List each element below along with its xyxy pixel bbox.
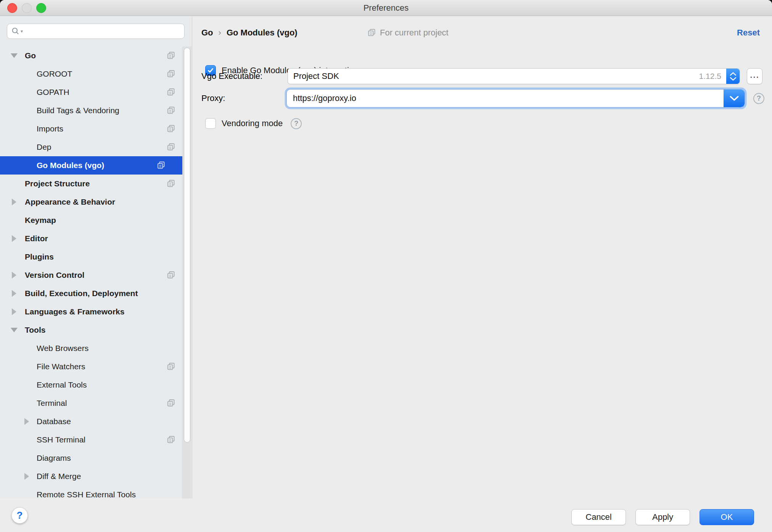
sidebar-item-diagrams[interactable]: Diagrams (0, 449, 192, 467)
chevron-collapsed-icon[interactable] (10, 266, 18, 284)
chevron-collapsed-icon[interactable] (10, 303, 18, 321)
breadcrumb: Go › Go Modules (vgo) For current projec… (201, 24, 760, 42)
proxy-label: Proxy: (201, 89, 225, 107)
breadcrumb-go[interactable]: Go (201, 28, 213, 38)
sidebar-item-go[interactable]: Go (0, 46, 192, 65)
proxy-help-icon[interactable]: ? (753, 93, 764, 104)
per-project-settings-icon (157, 161, 166, 170)
vgo-executable-select[interactable]: Project SDK 1.12.5 (288, 68, 740, 84)
dialog-footer: ? Cancel Apply OK (0, 498, 772, 532)
ok-button[interactable]: OK (700, 509, 754, 525)
vgo-executable-label: Vgo Executable: (201, 68, 262, 84)
browse-vgo-executable-button[interactable]: … (747, 68, 762, 84)
sidebar-item-editor[interactable]: Editor (0, 229, 192, 248)
help-button[interactable]: ? (11, 507, 28, 524)
per-project-settings-icon (167, 51, 175, 60)
per-project-settings-icon (368, 29, 376, 37)
per-project-settings-icon (167, 179, 175, 188)
chevron-expanded-icon[interactable] (10, 46, 18, 65)
per-project-settings-icon (167, 125, 175, 133)
sidebar-item-external-tools[interactable]: External Tools (0, 376, 192, 394)
per-project-settings-icon (167, 362, 175, 371)
proxy-value[interactable]: https://goproxy.io (293, 93, 745, 103)
page-title: Go Modules (vgo) (227, 28, 298, 38)
sidebar-item-database[interactable]: Database (0, 412, 192, 431)
per-project-settings-icon (167, 106, 175, 115)
settings-tree: Go GOROOT GOPATH Build Tags & Vendoring … (0, 46, 192, 498)
reset-link[interactable]: Reset (737, 28, 760, 38)
chevron-collapsed-icon[interactable] (23, 412, 31, 431)
vendoring-mode-checkbox[interactable] (205, 118, 216, 129)
minimize-button[interactable] (22, 3, 32, 13)
settings-content-panel: Go › Go Modules (vgo) For current projec… (193, 16, 772, 498)
chevron-collapsed-icon[interactable] (10, 229, 18, 248)
sidebar-item-languages-frameworks[interactable]: Languages & Frameworks (0, 303, 192, 321)
settings-sidebar: ▾ Go GOROOT GOPATH Build Tags & Vendorin… (0, 16, 192, 498)
sidebar-item-imports[interactable]: Imports (0, 120, 192, 138)
sidebar-item-appearance-behavior[interactable]: Appearance & Behavior (0, 193, 192, 211)
sidebar-item-build-tags-vendoring[interactable]: Build Tags & Vendoring (0, 101, 192, 120)
sidebar-item-web-browsers[interactable]: Web Browsers (0, 339, 192, 357)
sidebar-item-terminal[interactable]: Terminal (0, 394, 192, 412)
breadcrumb-separator: › (219, 28, 221, 38)
apply-button[interactable]: Apply (635, 509, 690, 525)
sidebar-item-tools[interactable]: Tools (0, 321, 192, 339)
settings-search-field[interactable]: ▾ (7, 24, 185, 39)
sidebar-scrollbar-thumb[interactable] (184, 48, 190, 442)
chevron-collapsed-icon[interactable] (23, 467, 31, 486)
sidebar-item-keymap[interactable]: Keymap (0, 211, 192, 229)
per-project-settings-icon (167, 436, 175, 444)
vendoring-mode-row: Vendoring mode ? (205, 115, 302, 132)
proxy-combobox[interactable]: https://goproxy.io (286, 89, 745, 107)
per-project-settings-icon (167, 143, 175, 151)
per-project-settings-icon (167, 70, 175, 78)
sidebar-item-build-execution-deployment[interactable]: Build, Execution, Deployment (0, 284, 192, 303)
scope-note-label: For current project (380, 28, 449, 38)
scope-note: For current project (368, 28, 449, 38)
sidebar-item-gopath[interactable]: GOPATH (0, 83, 192, 101)
select-stepper-icon[interactable] (726, 69, 740, 84)
sidebar-item-project-structure[interactable]: Project Structure (0, 175, 192, 193)
vgo-executable-value: Project SDK (293, 71, 740, 81)
window-title: Preferences (0, 0, 772, 16)
search-input[interactable] (23, 25, 184, 38)
sidebar-item-ssh-terminal[interactable]: SSH Terminal (0, 431, 192, 449)
vgo-sdk-version: 1.12.5 (699, 72, 721, 81)
per-project-settings-icon (167, 271, 175, 279)
sidebar-item-plugins[interactable]: Plugins (0, 248, 192, 266)
cancel-button[interactable]: Cancel (571, 509, 626, 525)
sidebar-item-file-watchers[interactable]: File Watchers (0, 357, 192, 376)
sidebar-item-version-control[interactable]: Version Control (0, 266, 192, 284)
sidebar-item-go-modules-vgo-selected[interactable]: Go Modules (vgo) (0, 156, 182, 175)
chevron-collapsed-icon[interactable] (10, 193, 18, 211)
vendoring-help-icon[interactable]: ? (291, 118, 302, 129)
sidebar-item-dep[interactable]: Dep (0, 138, 192, 156)
zoom-button[interactable] (36, 3, 46, 13)
title-bar: Preferences (0, 0, 772, 16)
per-project-settings-icon (167, 399, 175, 407)
close-button[interactable] (7, 3, 17, 13)
vendoring-mode-label: Vendoring mode (222, 119, 283, 128)
chevron-collapsed-icon[interactable] (10, 284, 18, 303)
sidebar-item-diff-merge[interactable]: Diff & Merge (0, 467, 192, 486)
search-icon: ▾ (11, 27, 23, 36)
preferences-window: Preferences ▾ Go GOROOT (0, 0, 772, 532)
chevron-down-icon[interactable] (724, 90, 745, 107)
sidebar-item-goroot[interactable]: GOROOT (0, 65, 192, 83)
sidebar-item-remote-ssh-external-tools[interactable]: Remote SSH External Tools (0, 486, 192, 498)
per-project-settings-icon (167, 88, 175, 96)
chevron-expanded-icon[interactable] (10, 321, 18, 339)
